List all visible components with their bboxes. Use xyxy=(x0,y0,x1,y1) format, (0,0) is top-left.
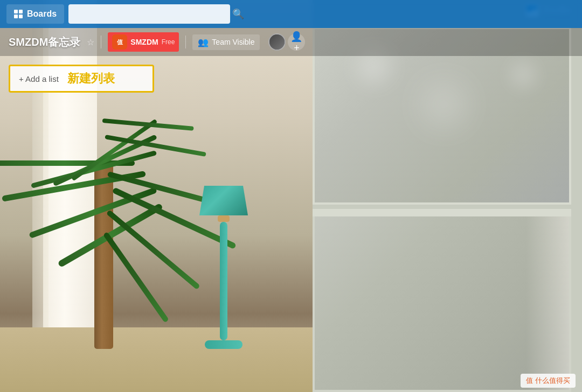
add-list-area[interactable]: + Add a list 新建列表 xyxy=(9,65,154,93)
board-team-badge[interactable]: 值 SMZDM Free xyxy=(108,32,179,52)
invite-member-button[interactable]: 👤+ xyxy=(288,33,305,51)
team-name: SMZDM xyxy=(130,38,158,46)
search-input[interactable] xyxy=(68,4,230,24)
search-icon: 🔍 xyxy=(232,8,244,20)
board-header-divider-2 xyxy=(185,36,186,48)
team-plan: Free xyxy=(162,38,175,46)
add-list-button-text[interactable]: + Add a list xyxy=(19,74,59,83)
board-header-divider xyxy=(101,36,101,48)
board-header: SMZDM备忘录 ☆ 值 SMZDM Free 👥 Team Visible 👤… xyxy=(0,28,582,56)
bg-left xyxy=(0,0,313,392)
board-members: 👤+ xyxy=(268,33,305,51)
smzdm-watermark: 值 什么值得买 xyxy=(521,374,576,388)
board-star-icon[interactable]: ☆ xyxy=(87,37,94,47)
smzdm-logo-icon: 值 xyxy=(112,34,127,50)
boards-grid-icon xyxy=(14,10,23,18)
team-visible-icon: 👥 xyxy=(198,37,209,47)
bg-right xyxy=(313,0,582,392)
boards-label: Boards xyxy=(27,9,57,19)
background-scene xyxy=(0,0,582,392)
new-list-label: 新建列表 xyxy=(67,71,115,87)
member-avatar-1[interactable] xyxy=(268,33,286,51)
watermark-text: 值 什么值得买 xyxy=(526,376,570,384)
invite-icon: 👤+ xyxy=(288,31,305,54)
board-visibility-button[interactable]: 👥 Team Visible xyxy=(192,34,260,50)
visibility-label: Team Visible xyxy=(212,38,254,46)
topbar: Boards 🔍 xyxy=(0,0,582,28)
boards-button[interactable]: Boards xyxy=(6,4,64,24)
board-title: SMZDM备忘录 xyxy=(9,35,80,50)
